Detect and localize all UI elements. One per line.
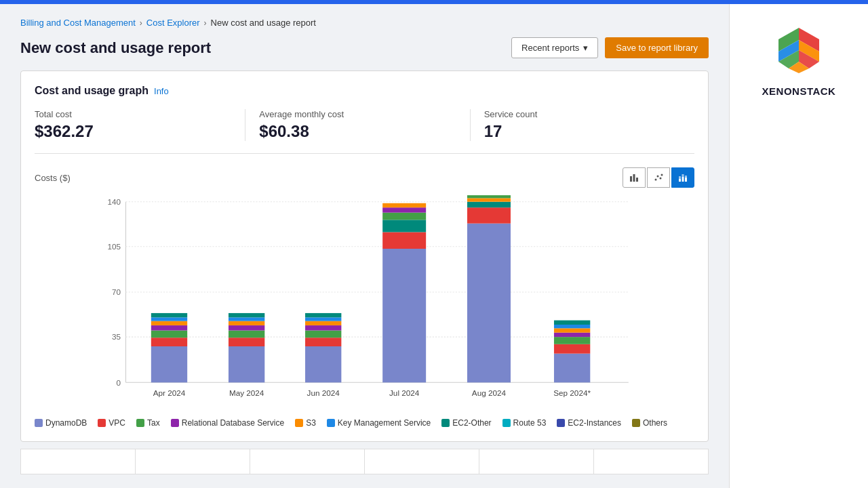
bar-chart-button[interactable] bbox=[623, 167, 646, 188]
svg-rect-61 bbox=[554, 354, 590, 383]
bottom-cell-2 bbox=[136, 449, 250, 474]
svg-rect-37 bbox=[229, 317, 264, 321]
legend-dot bbox=[98, 419, 106, 427]
legend-item: EC2-Instances bbox=[557, 418, 621, 428]
svg-point-3 bbox=[655, 179, 657, 181]
bar-chart-svg: 140 105 70 35 0 Apr 2024 bbox=[35, 195, 694, 411]
breadcrumb-billing[interactable]: Billing and Cost Management bbox=[20, 18, 136, 28]
legend-item: Route 53 bbox=[502, 418, 547, 428]
svg-rect-50 bbox=[382, 220, 426, 232]
svg-rect-7 bbox=[679, 179, 681, 182]
svg-rect-2 bbox=[636, 178, 638, 182]
main-content: Billing and Cost Management › Cost Explo… bbox=[0, 4, 729, 488]
svg-rect-65 bbox=[554, 328, 590, 332]
svg-rect-8 bbox=[679, 176, 681, 179]
svg-rect-55 bbox=[467, 224, 511, 383]
legend-label: EC2-Other bbox=[452, 418, 491, 428]
svg-rect-12 bbox=[685, 176, 687, 178]
svg-text:0: 0 bbox=[117, 378, 121, 387]
avg-monthly-label: Average monthly cost bbox=[259, 109, 456, 119]
svg-text:May 2024: May 2024 bbox=[229, 388, 264, 397]
svg-rect-52 bbox=[382, 207, 426, 212]
bottom-cell-3 bbox=[250, 449, 365, 474]
legend-item: Key Management Service bbox=[327, 418, 431, 428]
svg-rect-32 bbox=[229, 346, 264, 382]
bottom-cell-6 bbox=[594, 449, 708, 474]
svg-rect-41 bbox=[305, 338, 341, 346]
svg-rect-64 bbox=[554, 333, 590, 337]
scatter-chart-button[interactable] bbox=[647, 167, 670, 188]
legend-item: S3 bbox=[295, 418, 316, 428]
cost-usage-card: Cost and usage graph Info Total cost $36… bbox=[20, 70, 709, 442]
legend-label: DynamoDB bbox=[45, 418, 87, 428]
svg-rect-30 bbox=[151, 313, 187, 317]
svg-rect-1 bbox=[633, 174, 635, 182]
svg-text:Apr 2024: Apr 2024 bbox=[153, 388, 186, 397]
breadcrumb-current: New cost and usage report bbox=[211, 18, 316, 28]
svg-rect-9 bbox=[682, 177, 684, 182]
legend-label: EC2-Instances bbox=[568, 418, 621, 428]
legend-label: Others bbox=[643, 418, 667, 428]
svg-text:Sep 2024*: Sep 2024* bbox=[553, 388, 591, 397]
service-count-label: Service count bbox=[484, 109, 681, 119]
svg-point-6 bbox=[661, 174, 663, 176]
legend-dot bbox=[557, 419, 565, 427]
svg-point-4 bbox=[657, 176, 659, 178]
legend-label: Route 53 bbox=[513, 418, 547, 428]
svg-text:Jun 2024: Jun 2024 bbox=[307, 388, 340, 397]
svg-rect-35 bbox=[229, 325, 264, 330]
info-link[interactable]: Info bbox=[154, 86, 169, 96]
legend-dot bbox=[35, 419, 43, 427]
legend-dot bbox=[441, 419, 450, 427]
legend-dot bbox=[327, 419, 335, 427]
bottom-cell-5 bbox=[479, 449, 594, 474]
stacked-bar-chart-button[interactable] bbox=[671, 167, 694, 188]
legend-dot bbox=[632, 419, 640, 427]
svg-rect-0 bbox=[630, 176, 632, 182]
svg-rect-43 bbox=[305, 325, 341, 330]
card-title: Cost and usage graph bbox=[35, 85, 149, 97]
svg-rect-53 bbox=[382, 203, 426, 207]
svg-rect-42 bbox=[305, 331, 341, 338]
scatter-chart-icon bbox=[654, 173, 663, 182]
metrics-row: Total cost $362.27 Average monthly cost … bbox=[35, 109, 694, 154]
dropdown-arrow-icon: ▾ bbox=[583, 43, 588, 53]
svg-rect-57 bbox=[467, 202, 511, 208]
save-report-button[interactable]: Save to report library bbox=[605, 37, 709, 58]
breadcrumb-cost-explorer[interactable]: Cost Explorer bbox=[146, 18, 200, 28]
legend-item: Relational Database Service bbox=[171, 418, 284, 428]
legend-dot bbox=[136, 419, 144, 427]
svg-rect-11 bbox=[685, 178, 687, 182]
svg-rect-46 bbox=[305, 313, 341, 317]
legend-item: DynamoDB bbox=[35, 418, 87, 428]
svg-rect-28 bbox=[151, 321, 187, 325]
legend-dot bbox=[295, 419, 303, 427]
legend-dot bbox=[502, 419, 511, 427]
svg-rect-56 bbox=[467, 207, 511, 223]
breadcrumb-sep-1: › bbox=[140, 18, 142, 28]
recent-reports-button[interactable]: Recent reports ▾ bbox=[511, 37, 598, 58]
metric-total-cost: Total cost $362.27 bbox=[35, 109, 245, 141]
svg-text:105: 105 bbox=[107, 242, 121, 251]
svg-text:140: 140 bbox=[107, 197, 121, 206]
svg-text:Jul 2024: Jul 2024 bbox=[389, 388, 420, 397]
svg-rect-63 bbox=[554, 337, 590, 344]
chart-type-buttons bbox=[623, 167, 694, 188]
chart-legend: DynamoDBVPCTaxRelational Database Servic… bbox=[35, 418, 694, 428]
svg-rect-62 bbox=[554, 344, 590, 354]
bottom-strip bbox=[20, 449, 709, 474]
chart-area: 140 105 70 35 0 Apr 2024 bbox=[35, 195, 694, 411]
breadcrumb-sep-2: › bbox=[204, 18, 207, 28]
svg-rect-66 bbox=[554, 325, 590, 328]
logo-graphic bbox=[772, 24, 826, 79]
svg-rect-26 bbox=[151, 331, 187, 338]
legend-dot bbox=[171, 419, 179, 427]
breadcrumb: Billing and Cost Management › Cost Explo… bbox=[20, 18, 709, 28]
svg-rect-51 bbox=[382, 213, 426, 220]
svg-rect-10 bbox=[682, 174, 684, 177]
card-title-row: Cost and usage graph Info bbox=[35, 85, 694, 97]
legend-item: VPC bbox=[98, 418, 125, 428]
legend-item: EC2-Other bbox=[441, 418, 491, 428]
legend-label: VPC bbox=[108, 418, 125, 428]
legend-label: Key Management Service bbox=[338, 418, 431, 428]
